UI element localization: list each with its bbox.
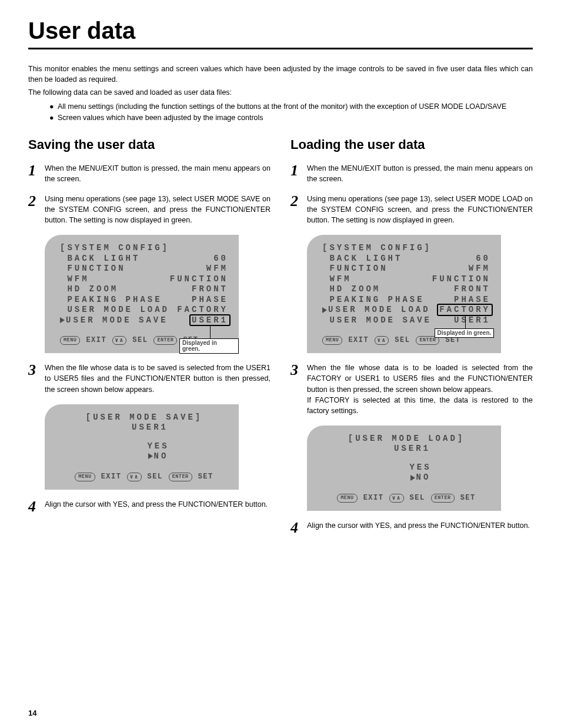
column-load: Loading the user data 1 When the MENU/EX… <box>290 137 533 545</box>
step-text: When the file whose data is to be saved … <box>45 363 271 394</box>
load-step-1: 1 When the MENU/EXIT button is pressed, … <box>290 163 533 184</box>
step-text: Align the cursor with YES, and press the… <box>307 520 533 536</box>
save-osd-2: [USER MODE SAVE]USER1YESNOMENUEXIT∨∧SELE… <box>45 404 271 490</box>
step-text: Using menu operations (see page 13), sel… <box>307 194 533 225</box>
step-text-b: If FACTORY is selected at this time, the… <box>307 396 533 415</box>
page-title: User data <box>28 18 533 49</box>
load-step-2: 2 Using menu operations (see page 13), s… <box>290 194 533 225</box>
save-step-2: 2 Using menu operations (see page 13), s… <box>28 194 271 225</box>
step-number: 2 <box>290 194 307 225</box>
step-number: 2 <box>28 194 45 225</box>
column-save: Saving the user data 1 When the MENU/EXI… <box>28 137 271 545</box>
save-step-3: 3 When the file whose data is to be save… <box>28 363 271 394</box>
step-text: When the MENU/EXIT button is pressed, th… <box>45 163 271 184</box>
step-text: When the MENU/EXIT button is pressed, th… <box>307 163 533 184</box>
load-heading: Loading the user data <box>290 137 533 152</box>
step-number: 1 <box>290 163 307 184</box>
intro-paragraph-1: This monitor enables the menu settings a… <box>28 64 533 85</box>
step-number: 4 <box>290 520 307 536</box>
save-step-1: 1 When the MENU/EXIT button is pressed, … <box>28 163 271 184</box>
bullet-item-1: ● All menu settings (including the funct… <box>49 101 533 112</box>
bullet-icon: ● <box>49 112 58 123</box>
step-number: 1 <box>28 163 45 184</box>
save-step-4: 4 Align the cursor with YES, and press t… <box>28 499 271 514</box>
step-number: 4 <box>28 499 45 514</box>
load-osd-2: [USER MODE LOAD]USER1YESNOMENUEXIT∨∧SELE… <box>307 426 533 511</box>
intro-paragraph-2: The following data can be saved and load… <box>28 87 533 98</box>
bullet-text: All menu settings (including the functio… <box>58 101 506 112</box>
save-osd-1: [SYSTEM CONFIG] BACK LIGHT60 FUNCTIONWFM… <box>45 235 271 353</box>
bullet-item-2: ● Screen values which have been adjusted… <box>49 112 533 123</box>
load-step-3: 3 When the file whose data is to be load… <box>290 363 533 416</box>
step-text-a: When the file whose data is to be loaded… <box>307 364 533 393</box>
bullet-text: Screen values which have been adjusted b… <box>58 112 263 123</box>
step-text: When the file whose data is to be loaded… <box>307 363 533 416</box>
step-text: Align the cursor with YES, and press the… <box>45 499 271 514</box>
save-heading: Saving the user data <box>28 137 271 152</box>
load-step-4: 4 Align the cursor with YES, and press t… <box>290 520 533 536</box>
step-text: Using menu operations (see page 13), sel… <box>45 194 271 225</box>
page-number: 14 <box>28 709 36 717</box>
step-number: 3 <box>28 363 45 394</box>
bullet-icon: ● <box>49 101 58 112</box>
load-osd-1: [SYSTEM CONFIG] BACK LIGHT60 FUNCTIONWFM… <box>307 235 533 353</box>
step-number: 3 <box>290 363 307 416</box>
